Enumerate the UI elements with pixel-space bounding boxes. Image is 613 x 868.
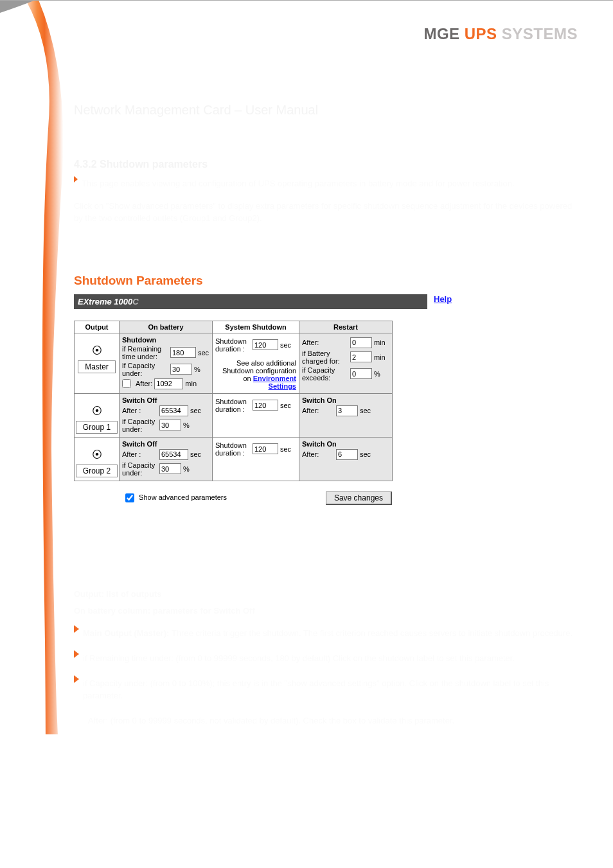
g2-if-capacity-unit: % <box>183 465 190 473</box>
master-restart-after-input[interactable] <box>350 337 372 348</box>
master-after-checkbox[interactable] <box>122 379 131 388</box>
master-restart-after-unit: min <box>374 339 386 346</box>
master-if-remaining-input[interactable] <box>170 347 196 358</box>
brand-logo: MGE UPS SYSTEMS <box>423 25 578 43</box>
bullet-capacity-under: if Capacity under: (from 0 to 100%); thi… <box>83 678 575 702</box>
device-bar: EXtreme 1000C <box>74 294 427 309</box>
section-adv-note: Click on "Show advanced parameters" to d… <box>74 200 575 225</box>
master-restart-chg-unit: min <box>374 353 386 361</box>
bullet-after: After: (from 0 to 99999 seconds, not val… <box>88 715 454 727</box>
help-link[interactable]: Help <box>434 294 452 304</box>
sidebar-curve <box>0 0 64 734</box>
output-g1-label: Group 1 <box>76 421 118 434</box>
doc-title: Network Management Card – User Manual <box>74 103 575 118</box>
g2-if-capacity-label: if Capacity under: <box>122 461 157 477</box>
show-advanced-checkbox[interactable] <box>125 493 134 502</box>
g1-on-after-label: After: <box>302 407 334 414</box>
g1-sd-dur-input[interactable] <box>253 400 278 411</box>
g2-on-after-input[interactable] <box>336 449 358 460</box>
bullet-icon <box>74 625 79 633</box>
g2-sd-dur-label: Shutdown duration : <box>215 441 251 457</box>
master-after-input[interactable] <box>154 378 183 389</box>
g2-sd-dur-input[interactable] <box>253 443 278 454</box>
g1-sd-dur-label: Shutdown duration : <box>215 398 251 413</box>
master-restart-cap-input[interactable] <box>350 368 372 379</box>
plug-icon: ⦿ <box>75 449 118 461</box>
g1-on-after-input[interactable] <box>336 405 358 416</box>
master-if-remaining-label: if Remaining time under: <box>122 345 168 360</box>
show-advanced-label[interactable]: Show advanced parameters <box>125 493 227 502</box>
g2-after-label: After : <box>122 450 157 458</box>
g2-after-unit: sec <box>190 450 201 458</box>
g1-if-capacity-input[interactable] <box>159 420 181 430</box>
master-sd-dur-input[interactable] <box>253 339 278 350</box>
master-after-unit: min <box>185 380 197 387</box>
master-sd-dur-label: Shutdown duration : <box>215 337 251 353</box>
master-restart-cap-unit: % <box>374 370 380 378</box>
row-group1: ⦿ Group 1 Switch Off After : sec if Capa… <box>75 393 393 437</box>
master-sd-dur-unit: sec <box>280 341 291 349</box>
g2-switchon-label: Switch On <box>302 440 389 448</box>
th-sys-shutdown: System Shutdown <box>213 321 299 333</box>
master-after-label: After: <box>136 380 152 387</box>
device-suffix: C <box>132 297 138 306</box>
th-on-battery: On battery <box>120 321 213 333</box>
th-output: Output <box>75 321 120 333</box>
g1-sd-dur-unit: sec <box>280 402 291 409</box>
on-battery-column-heading: On battery column: parameters for Switch… <box>74 605 575 617</box>
output-g2-label: Group 2 <box>76 465 118 477</box>
g2-on-after-label: After: <box>302 450 334 458</box>
output-list-label: Output: list of outputs <box>74 589 575 601</box>
g1-after-input[interactable] <box>159 405 188 416</box>
g2-on-after-unit: sec <box>360 450 371 458</box>
g1-if-capacity-unit: % <box>183 421 190 429</box>
section-intro: This page enables viewing and configurat… <box>82 178 515 190</box>
master-restart-chg-input[interactable] <box>350 351 372 362</box>
g1-after-label: After : <box>122 407 157 414</box>
master-restart-after-label: After: <box>302 339 348 346</box>
device-name: EXtreme 1000 <box>78 297 132 306</box>
master-shutdown-label: Shutdown <box>122 336 209 344</box>
bullet-remaining-time: if Remaining time under: (from 0 to 9999… <box>83 653 515 665</box>
show-advanced-text: Show advanced parameters <box>139 493 227 501</box>
bullet-icon <box>74 650 79 658</box>
g1-on-after-unit: sec <box>360 407 371 414</box>
row-master: ⦿ Master Shutdown if Remaining time unde… <box>75 333 393 393</box>
row-group2: ⦿ Group 2 Switch Off After : sec if Capa… <box>75 437 393 481</box>
g2-after-input[interactable] <box>159 449 188 460</box>
brand-sys: SYSTEMS <box>502 25 578 42</box>
plug-icon: ⦿ <box>75 345 118 357</box>
plug-icon: ⦿ <box>75 405 118 417</box>
master-if-capacity-input[interactable] <box>170 364 192 375</box>
master-restart-cap-label: if Capacity exceeds: <box>302 366 348 382</box>
output-master-label: Master <box>78 360 116 373</box>
brand-ups: UPS <box>465 25 497 42</box>
g2-switchoff-label: Switch Off <box>122 440 209 448</box>
bullet-icon <box>74 176 78 182</box>
g1-switchon-label: Switch On <box>302 396 389 404</box>
shutdown-table: Output On battery System Shutdown Restar… <box>74 321 393 481</box>
master-if-capacity-label: if Capacity under: <box>122 362 168 377</box>
section-heading: 4.3.2 Shutdown parameters <box>74 159 575 170</box>
shutdown-panel: EXtreme 1000C Help Output On battery Sys… <box>74 294 427 505</box>
g1-after-unit: sec <box>190 407 201 414</box>
master-if-remaining-unit: sec <box>198 349 209 357</box>
bullet-main-output: Main Output (Master): Three criteria tri… <box>83 628 573 640</box>
master-restart-chg-label: if Battery charged for: <box>302 350 348 365</box>
th-restart: Restart <box>299 321 393 333</box>
g1-if-capacity-label: if Capacity under: <box>122 418 157 433</box>
page-header: MGE UPS SYSTEMS <box>0 0 613 45</box>
bullet-icon <box>74 675 79 683</box>
panel-title: Shutdown Parameters <box>74 274 575 288</box>
g2-sd-dur-unit: sec <box>280 445 291 453</box>
environment-settings-link[interactable]: Environment Settings <box>253 375 296 390</box>
g2-if-capacity-input[interactable] <box>159 463 181 474</box>
brand-mge: MGE <box>423 25 459 42</box>
g1-switchoff-label: Switch Off <box>122 396 209 404</box>
save-button[interactable]: Save changes <box>326 492 392 505</box>
master-if-capacity-unit: % <box>194 366 200 373</box>
